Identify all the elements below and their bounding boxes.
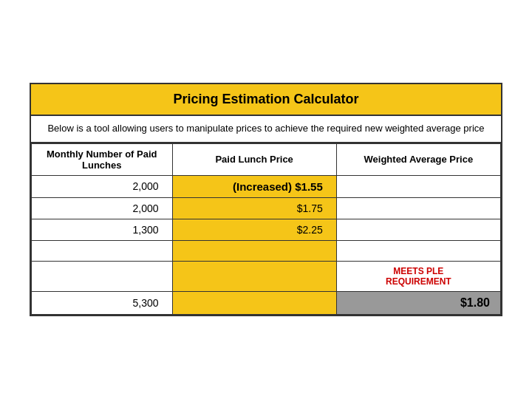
calculator-subtitle: Below is a tool allowing users to manipu… [31, 116, 501, 143]
quantity-cell: 2,000 [32, 197, 173, 219]
col-header-price: Paid Lunch Price [172, 143, 336, 175]
calculator-container: Pricing Estimation Calculator Below is a… [30, 83, 502, 316]
total-quantity-cell: 5,300 [32, 291, 173, 314]
table-row: 2,000 $1.75 [32, 197, 501, 219]
wap-cell [336, 197, 500, 219]
quantity-cell [32, 261, 173, 291]
wap-cell [336, 240, 500, 261]
meets-ple-cell: MEETS PLEREQUIREMENT [336, 261, 500, 291]
price-cell [172, 240, 336, 261]
table-row: 2,000 (Increased) $1.55 [32, 175, 501, 197]
wap-cell [336, 175, 500, 197]
table-row: MEETS PLEREQUIREMENT [32, 261, 501, 291]
table-row [32, 240, 501, 261]
calculator-title: Pricing Estimation Calculator [31, 84, 501, 116]
wap-cell [336, 219, 500, 240]
quantity-cell: 2,000 [32, 175, 173, 197]
total-wap-cell: $1.80 [336, 291, 500, 314]
col-header-quantity: Monthly Number of Paid Lunches [32, 143, 173, 175]
table-row: 1,300 $2.25 [32, 219, 501, 240]
price-cell [172, 261, 336, 291]
quantity-cell: 1,300 [32, 219, 173, 240]
price-cell: $2.25 [172, 219, 336, 240]
total-price-cell [172, 291, 336, 314]
price-cell: $1.75 [172, 197, 336, 219]
col-header-wap: Weighted Average Price [336, 143, 500, 175]
pricing-table: Monthly Number of Paid Lunches Paid Lunc… [31, 143, 501, 315]
price-cell: (Increased) $1.55 [172, 175, 336, 197]
quantity-cell [32, 240, 173, 261]
total-row: 5,300 $1.80 [32, 291, 501, 314]
